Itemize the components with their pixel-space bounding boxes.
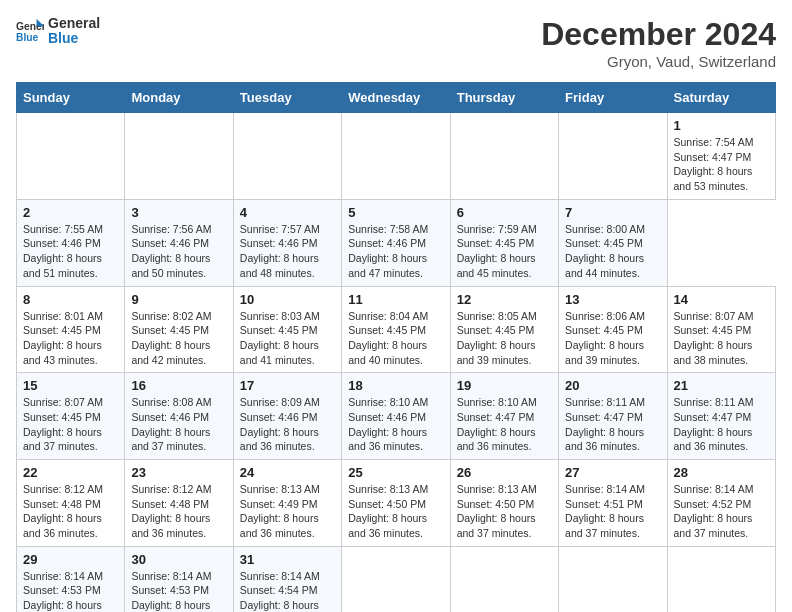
day-detail: Sunrise: 7:57 AMSunset: 4:46 PMDaylight:… <box>240 222 335 281</box>
month-year-title: December 2024 <box>541 16 776 53</box>
calendar-cell <box>559 546 667 612</box>
calendar-cell: 11Sunrise: 8:04 AMSunset: 4:45 PMDayligh… <box>342 286 450 373</box>
day-detail: Sunrise: 8:02 AMSunset: 4:45 PMDaylight:… <box>131 309 226 368</box>
day-detail: Sunrise: 8:14 AMSunset: 4:53 PMDaylight:… <box>131 569 226 612</box>
day-header-sunday: Sunday <box>17 83 125 113</box>
day-number: 17 <box>240 378 335 393</box>
day-number: 5 <box>348 205 443 220</box>
calendar-cell: 7Sunrise: 8:00 AMSunset: 4:45 PMDaylight… <box>559 199 667 286</box>
calendar-cell: 22Sunrise: 8:12 AMSunset: 4:48 PMDayligh… <box>17 460 125 547</box>
day-header-friday: Friday <box>559 83 667 113</box>
calendar-cell: 19Sunrise: 8:10 AMSunset: 4:47 PMDayligh… <box>450 373 558 460</box>
calendar-cell: 31Sunrise: 8:14 AMSunset: 4:54 PMDayligh… <box>233 546 341 612</box>
week-row-5: 22Sunrise: 8:12 AMSunset: 4:48 PMDayligh… <box>17 460 776 547</box>
calendar-cell: 3Sunrise: 7:56 AMSunset: 4:46 PMDaylight… <box>125 199 233 286</box>
day-header-saturday: Saturday <box>667 83 775 113</box>
day-number: 7 <box>565 205 660 220</box>
day-headers-row: SundayMondayTuesdayWednesdayThursdayFrid… <box>17 83 776 113</box>
calendar-cell: 5Sunrise: 7:58 AMSunset: 4:46 PMDaylight… <box>342 199 450 286</box>
calendar-cell: 1Sunrise: 7:54 AMSunset: 4:47 PMDaylight… <box>667 113 775 200</box>
calendar-cell <box>233 113 341 200</box>
week-row-2: 2Sunrise: 7:55 AMSunset: 4:46 PMDaylight… <box>17 199 776 286</box>
calendar-cell: 10Sunrise: 8:03 AMSunset: 4:45 PMDayligh… <box>233 286 341 373</box>
calendar-cell: 27Sunrise: 8:14 AMSunset: 4:51 PMDayligh… <box>559 460 667 547</box>
day-number: 18 <box>348 378 443 393</box>
day-detail: Sunrise: 8:12 AMSunset: 4:48 PMDaylight:… <box>23 482 118 541</box>
day-header-tuesday: Tuesday <box>233 83 341 113</box>
day-number: 13 <box>565 292 660 307</box>
week-row-3: 8Sunrise: 8:01 AMSunset: 4:45 PMDaylight… <box>17 286 776 373</box>
day-detail: Sunrise: 8:05 AMSunset: 4:45 PMDaylight:… <box>457 309 552 368</box>
day-detail: Sunrise: 8:03 AMSunset: 4:45 PMDaylight:… <box>240 309 335 368</box>
calendar-cell: 29Sunrise: 8:14 AMSunset: 4:53 PMDayligh… <box>17 546 125 612</box>
calendar-cell <box>342 546 450 612</box>
calendar-cell: 15Sunrise: 8:07 AMSunset: 4:45 PMDayligh… <box>17 373 125 460</box>
calendar-cell <box>559 113 667 200</box>
day-number: 6 <box>457 205 552 220</box>
calendar-cell <box>342 113 450 200</box>
day-detail: Sunrise: 8:10 AMSunset: 4:47 PMDaylight:… <box>457 395 552 454</box>
day-number: 31 <box>240 552 335 567</box>
week-row-6: 29Sunrise: 8:14 AMSunset: 4:53 PMDayligh… <box>17 546 776 612</box>
calendar-header: SundayMondayTuesdayWednesdayThursdayFrid… <box>17 83 776 113</box>
week-row-1: 1Sunrise: 7:54 AMSunset: 4:47 PMDaylight… <box>17 113 776 200</box>
calendar-cell <box>450 546 558 612</box>
calendar-cell: 13Sunrise: 8:06 AMSunset: 4:45 PMDayligh… <box>559 286 667 373</box>
calendar-cell <box>667 546 775 612</box>
day-number: 10 <box>240 292 335 307</box>
calendar-cell: 30Sunrise: 8:14 AMSunset: 4:53 PMDayligh… <box>125 546 233 612</box>
location-subtitle: Gryon, Vaud, Switzerland <box>541 53 776 70</box>
day-detail: Sunrise: 7:56 AMSunset: 4:46 PMDaylight:… <box>131 222 226 281</box>
calendar-cell <box>17 113 125 200</box>
day-detail: Sunrise: 7:59 AMSunset: 4:45 PMDaylight:… <box>457 222 552 281</box>
calendar-cell: 12Sunrise: 8:05 AMSunset: 4:45 PMDayligh… <box>450 286 558 373</box>
day-detail: Sunrise: 7:58 AMSunset: 4:46 PMDaylight:… <box>348 222 443 281</box>
logo-icon: General Blue <box>16 17 44 45</box>
day-detail: Sunrise: 7:54 AMSunset: 4:47 PMDaylight:… <box>674 135 769 194</box>
day-detail: Sunrise: 8:13 AMSunset: 4:50 PMDaylight:… <box>348 482 443 541</box>
day-detail: Sunrise: 8:01 AMSunset: 4:45 PMDaylight:… <box>23 309 118 368</box>
day-detail: Sunrise: 8:13 AMSunset: 4:50 PMDaylight:… <box>457 482 552 541</box>
calendar-cell: 25Sunrise: 8:13 AMSunset: 4:50 PMDayligh… <box>342 460 450 547</box>
day-header-wednesday: Wednesday <box>342 83 450 113</box>
day-detail: Sunrise: 8:11 AMSunset: 4:47 PMDaylight:… <box>674 395 769 454</box>
day-detail: Sunrise: 8:06 AMSunset: 4:45 PMDaylight:… <box>565 309 660 368</box>
day-number: 22 <box>23 465 118 480</box>
page-header: General Blue General Blue December 2024 … <box>16 16 776 70</box>
day-detail: Sunrise: 8:14 AMSunset: 4:53 PMDaylight:… <box>23 569 118 612</box>
day-detail: Sunrise: 8:04 AMSunset: 4:45 PMDaylight:… <box>348 309 443 368</box>
day-detail: Sunrise: 8:14 AMSunset: 4:51 PMDaylight:… <box>565 482 660 541</box>
day-number: 15 <box>23 378 118 393</box>
day-number: 2 <box>23 205 118 220</box>
calendar-cell: 6Sunrise: 7:59 AMSunset: 4:45 PMDaylight… <box>450 199 558 286</box>
logo-wordmark: General Blue <box>48 16 100 47</box>
calendar-cell: 18Sunrise: 8:10 AMSunset: 4:46 PMDayligh… <box>342 373 450 460</box>
day-detail: Sunrise: 8:07 AMSunset: 4:45 PMDaylight:… <box>674 309 769 368</box>
calendar-cell: 23Sunrise: 8:12 AMSunset: 4:48 PMDayligh… <box>125 460 233 547</box>
day-detail: Sunrise: 8:08 AMSunset: 4:46 PMDaylight:… <box>131 395 226 454</box>
day-detail: Sunrise: 8:14 AMSunset: 4:54 PMDaylight:… <box>240 569 335 612</box>
day-number: 8 <box>23 292 118 307</box>
calendar-table: SundayMondayTuesdayWednesdayThursdayFrid… <box>16 82 776 612</box>
day-number: 28 <box>674 465 769 480</box>
calendar-body: 1Sunrise: 7:54 AMSunset: 4:47 PMDaylight… <box>17 113 776 613</box>
calendar-cell: 8Sunrise: 8:01 AMSunset: 4:45 PMDaylight… <box>17 286 125 373</box>
day-detail: Sunrise: 8:12 AMSunset: 4:48 PMDaylight:… <box>131 482 226 541</box>
calendar-cell: 17Sunrise: 8:09 AMSunset: 4:46 PMDayligh… <box>233 373 341 460</box>
day-detail: Sunrise: 8:07 AMSunset: 4:45 PMDaylight:… <box>23 395 118 454</box>
calendar-cell: 21Sunrise: 8:11 AMSunset: 4:47 PMDayligh… <box>667 373 775 460</box>
day-number: 21 <box>674 378 769 393</box>
day-number: 20 <box>565 378 660 393</box>
calendar-cell <box>450 113 558 200</box>
calendar-cell: 4Sunrise: 7:57 AMSunset: 4:46 PMDaylight… <box>233 199 341 286</box>
day-number: 3 <box>131 205 226 220</box>
day-number: 12 <box>457 292 552 307</box>
day-number: 26 <box>457 465 552 480</box>
calendar-cell: 26Sunrise: 8:13 AMSunset: 4:50 PMDayligh… <box>450 460 558 547</box>
day-number: 16 <box>131 378 226 393</box>
calendar-cell <box>125 113 233 200</box>
day-number: 23 <box>131 465 226 480</box>
calendar-cell: 28Sunrise: 8:14 AMSunset: 4:52 PMDayligh… <box>667 460 775 547</box>
svg-text:Blue: Blue <box>16 33 39 44</box>
day-number: 19 <box>457 378 552 393</box>
